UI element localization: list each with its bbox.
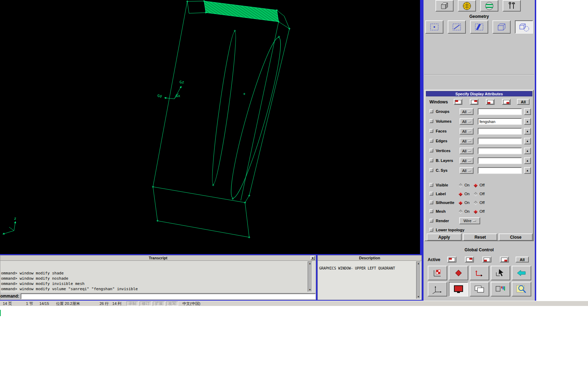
transcript-expand-button[interactable]: ▲ bbox=[310, 256, 315, 260]
active-all-button[interactable]: All bbox=[516, 257, 529, 263]
copy-window-button[interactable] bbox=[470, 282, 489, 297]
blayers-filter-dropdown[interactable]: All bbox=[460, 157, 474, 164]
dropdown-value: All bbox=[462, 149, 466, 153]
operation-tools-button[interactable] bbox=[503, 0, 521, 12]
edges-checkbox[interactable] bbox=[429, 139, 433, 143]
vertices-checkbox[interactable] bbox=[429, 149, 433, 152]
volumes-filter-dropdown[interactable]: All bbox=[460, 118, 474, 125]
graphics-window-button[interactable] bbox=[449, 282, 468, 297]
reset-button[interactable]: Reset bbox=[463, 233, 497, 241]
vertices-filter-dropdown[interactable]: All bbox=[460, 148, 474, 154]
orient-axis-button[interactable] bbox=[470, 266, 489, 280]
label-on-radio[interactable] bbox=[458, 192, 462, 196]
orient-model-button[interactable] bbox=[428, 266, 447, 280]
undo-arrow-icon bbox=[515, 268, 528, 278]
axis-display-button[interactable] bbox=[428, 282, 447, 297]
csys-filter-dropdown[interactable]: All bbox=[460, 167, 474, 174]
fit-to-window-button[interactable] bbox=[449, 266, 468, 280]
description-scrollbar[interactable]: ▲ ▼ bbox=[416, 261, 421, 299]
graphics-viewport[interactable]: Gz Gy Gx z bbox=[0, 0, 420, 254]
edges-picklist-button[interactable]: ▲ bbox=[524, 138, 531, 144]
windows-quadrant-lower-left-button[interactable] bbox=[486, 99, 495, 105]
dropdown-value: All bbox=[462, 139, 466, 143]
label-checkbox[interactable] bbox=[429, 192, 433, 196]
render-checkbox[interactable] bbox=[429, 219, 433, 223]
active-quadrant-lower-left-button[interactable] bbox=[482, 257, 491, 263]
vertex-button[interactable] bbox=[425, 20, 443, 34]
csys-input[interactable] bbox=[478, 167, 522, 174]
edges-filter-dropdown[interactable]: All bbox=[460, 138, 474, 144]
command-input[interactable] bbox=[21, 293, 316, 299]
vertices-picklist-button[interactable]: ▲ bbox=[524, 148, 531, 154]
volumes-checkbox[interactable] bbox=[429, 119, 433, 123]
operation-zones-button[interactable] bbox=[480, 0, 498, 12]
faces-filter-dropdown[interactable]: All bbox=[460, 128, 474, 135]
quadrant-ur-icon bbox=[471, 100, 477, 104]
scroll-up-icon[interactable]: ▲ bbox=[309, 262, 311, 265]
description-title: Description bbox=[359, 256, 380, 260]
option-menu-icon bbox=[468, 141, 471, 142]
groups-input[interactable] bbox=[478, 108, 522, 115]
label-off-radio[interactable] bbox=[474, 192, 477, 196]
faces-checkbox[interactable] bbox=[429, 129, 433, 133]
scroll-down-icon[interactable]: ▼ bbox=[417, 295, 420, 299]
csys-picklist-button[interactable]: ▲ bbox=[524, 167, 531, 174]
up-arrow-icon: ▲ bbox=[526, 150, 529, 152]
select-pointer-button[interactable] bbox=[491, 266, 510, 280]
blayers-input[interactable] bbox=[478, 157, 522, 164]
silhouette-checkbox[interactable] bbox=[429, 200, 433, 204]
groups-checkbox[interactable] bbox=[429, 109, 433, 113]
close-button[interactable]: Close bbox=[499, 233, 533, 241]
csys-checkbox[interactable] bbox=[429, 168, 433, 172]
transcript-scrollbar[interactable]: ▲ ▼ bbox=[308, 261, 312, 292]
blayers-picklist-button[interactable]: ▲ bbox=[524, 157, 531, 164]
quadrant-ur-icon bbox=[466, 258, 472, 262]
windows-quadrant-upper-right-button[interactable] bbox=[470, 99, 478, 105]
volumes-input[interactable] bbox=[478, 118, 522, 125]
active-quadrant-lower-right-button[interactable] bbox=[500, 257, 509, 263]
blayers-checkbox[interactable] bbox=[429, 158, 433, 162]
groups-filter-dropdown[interactable]: All bbox=[460, 108, 474, 115]
description-titlebar: Description bbox=[318, 255, 421, 261]
windows-all-button[interactable]: All bbox=[517, 99, 530, 105]
volume-icon bbox=[496, 22, 507, 32]
group-button[interactable] bbox=[515, 20, 533, 34]
face-button[interactable] bbox=[470, 20, 488, 34]
active-quadrant-upper-right-button[interactable] bbox=[465, 257, 474, 263]
label-label: Label bbox=[436, 192, 446, 196]
active-quadrant-upper-left-button[interactable] bbox=[447, 257, 456, 263]
edges-input[interactable] bbox=[478, 138, 522, 144]
visible-off-radio[interactable] bbox=[474, 183, 477, 187]
visible-on-radio[interactable] bbox=[458, 183, 462, 187]
silhouette-off-radio[interactable] bbox=[474, 201, 477, 205]
quadrant-lr-icon bbox=[501, 258, 507, 262]
document-cursor-mark bbox=[0, 310, 1, 316]
dropdown-value: All bbox=[462, 110, 466, 114]
silhouette-on-radio[interactable] bbox=[458, 201, 462, 205]
operation-mesh-button[interactable] bbox=[458, 0, 476, 12]
operation-geometry-button[interactable] bbox=[435, 0, 454, 12]
vertices-input[interactable] bbox=[478, 148, 522, 154]
edge-button[interactable] bbox=[448, 20, 466, 34]
render-mode-dropdown[interactable]: Wire bbox=[459, 217, 480, 224]
windows-quadrant-lower-right-button[interactable] bbox=[502, 99, 511, 105]
mesh-row: Mesh On Off bbox=[425, 209, 533, 215]
visible-checkbox[interactable] bbox=[429, 183, 433, 187]
csys-label: C. Sys bbox=[436, 168, 448, 172]
volumes-picklist-button[interactable]: ▲ bbox=[524, 118, 531, 125]
lower-topology-checkbox[interactable] bbox=[429, 228, 433, 232]
faces-input[interactable] bbox=[478, 128, 522, 135]
volume-button[interactable] bbox=[492, 20, 511, 34]
scroll-down-icon[interactable]: ▼ bbox=[309, 288, 311, 292]
mesh-checkbox[interactable] bbox=[429, 209, 433, 213]
mesh-on-radio[interactable] bbox=[458, 210, 462, 213]
faces-picklist-button[interactable]: ▲ bbox=[524, 128, 531, 135]
mesh-off-radio[interactable] bbox=[474, 210, 477, 213]
undo-button[interactable] bbox=[512, 266, 531, 280]
groups-picklist-button[interactable]: ▲ bbox=[524, 108, 531, 115]
render-bars-button[interactable] bbox=[491, 282, 510, 297]
windows-quadrant-upper-left-button[interactable] bbox=[454, 99, 462, 105]
scroll-up-icon[interactable]: ▲ bbox=[417, 262, 420, 265]
zoom-button[interactable] bbox=[512, 282, 531, 297]
apply-button[interactable]: Apply bbox=[427, 233, 462, 241]
